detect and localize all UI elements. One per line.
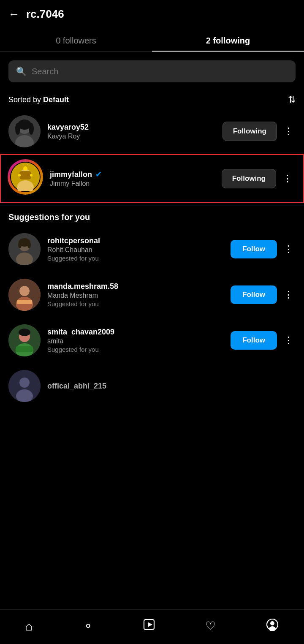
display-name-kavyaroy: Kavya Roy bbox=[47, 133, 223, 140]
svg-point-10 bbox=[23, 166, 27, 171]
nav-search[interactable]: ⚬ bbox=[75, 617, 101, 635]
user-info-kavyaroy: kavyaroy52 Kavya Roy bbox=[47, 123, 223, 140]
user-info-jimmyfallon: jimmyfallon ✔ Jimmy Fallon bbox=[50, 170, 222, 187]
back-button[interactable]: ← bbox=[8, 8, 19, 21]
search-nav-icon: ⚬ bbox=[83, 619, 93, 633]
profile-icon bbox=[266, 618, 279, 634]
svg-point-18 bbox=[27, 242, 31, 248]
following-button-jimmyfallon[interactable]: Following bbox=[222, 169, 276, 188]
follow-button-rohit[interactable]: Follow bbox=[231, 240, 277, 258]
username-manda: manda.meshram.58 bbox=[47, 282, 231, 291]
svg-point-37 bbox=[269, 626, 276, 631]
avatar-jimmyfallon bbox=[9, 161, 45, 196]
svg-point-31 bbox=[19, 378, 30, 388]
suggested-text-smita: Suggested for you bbox=[47, 346, 231, 353]
suggestion-item-manda[interactable]: manda.meshram.58 Manda Meshram Suggested… bbox=[0, 272, 304, 318]
search-input[interactable] bbox=[32, 67, 288, 76]
more-options-kavyaroy[interactable]: ⋮ bbox=[281, 124, 296, 139]
following-button-kavyaroy[interactable]: Following bbox=[223, 122, 277, 141]
user-item-jimmyfallon[interactable]: jimmyfallon ✔ Jimmy Fallon Following ⋮ bbox=[0, 154, 304, 203]
display-name-manda: Manda Meshram bbox=[47, 292, 231, 299]
user-info-offical: offical_abhi_215 bbox=[47, 382, 296, 391]
user-info-smita: smita_chavan2009 smita Suggested for you bbox=[47, 328, 231, 353]
svg-rect-23 bbox=[17, 300, 32, 304]
svg-marker-34 bbox=[148, 622, 152, 627]
search-bar[interactable]: 🔍 bbox=[8, 60, 296, 82]
bottom-nav: ⌂ ⚬ ♡ bbox=[0, 609, 304, 644]
username-offical: offical_abhi_215 bbox=[47, 382, 296, 391]
suggestions-list: rohitcpersonal Rohit Chauhan Suggested f… bbox=[0, 226, 304, 409]
suggestion-item-offical[interactable]: offical_abhi_215 bbox=[0, 363, 304, 409]
reels-icon bbox=[143, 619, 155, 633]
suggested-text-rohit: Suggested for you bbox=[47, 255, 231, 262]
username-jimmyfallon: jimmyfallon bbox=[50, 170, 92, 179]
nav-profile[interactable] bbox=[258, 617, 287, 636]
svg-point-11 bbox=[18, 174, 21, 177]
suggestion-item-smita[interactable]: smita_chavan2009 smita Suggested for you… bbox=[0, 318, 304, 363]
more-options-manda[interactable]: ⋮ bbox=[281, 288, 296, 302]
header: ← rc.7046 bbox=[0, 0, 304, 25]
username-rohit: rohitcpersonal bbox=[47, 236, 231, 245]
svg-point-4 bbox=[15, 123, 20, 135]
more-options-jimmyfallon[interactable]: ⋮ bbox=[280, 171, 295, 186]
svg-rect-28 bbox=[16, 346, 33, 352]
user-item-kavyaroy[interactable]: kavyaroy52 Kavya Roy Following ⋮ bbox=[0, 109, 304, 153]
verified-badge-jimmy: ✔ bbox=[95, 170, 102, 179]
more-options-smita[interactable]: ⋮ bbox=[281, 333, 296, 348]
suggested-text-manda: Suggested for you bbox=[47, 300, 231, 307]
home-icon: ⌂ bbox=[25, 619, 33, 633]
more-options-rohit[interactable]: ⋮ bbox=[281, 242, 296, 256]
tab-followers[interactable]: 0 followers bbox=[0, 28, 152, 52]
username-smita: smita_chavan2009 bbox=[47, 328, 231, 337]
svg-point-20 bbox=[19, 286, 30, 296]
search-icon: 🔍 bbox=[16, 66, 27, 76]
nav-reels[interactable] bbox=[135, 617, 163, 635]
svg-point-12 bbox=[30, 174, 33, 177]
tab-following[interactable]: 2 following bbox=[152, 28, 304, 52]
avatar-smita bbox=[8, 324, 41, 356]
follow-button-manda[interactable]: Follow bbox=[231, 285, 277, 304]
avatar-manda bbox=[8, 279, 41, 311]
svg-point-36 bbox=[270, 621, 274, 625]
svg-point-5 bbox=[29, 123, 34, 135]
follow-button-smita[interactable]: Follow bbox=[231, 331, 277, 350]
username-kavyaroy: kavyaroy52 bbox=[47, 123, 89, 132]
nav-activity[interactable]: ♡ bbox=[197, 617, 224, 635]
tabs-bar: 0 followers 2 following bbox=[0, 28, 304, 52]
sort-icon[interactable]: ⇅ bbox=[288, 94, 296, 105]
display-name-jimmyfallon: Jimmy Fallon bbox=[50, 180, 222, 187]
avatar-offical bbox=[8, 370, 41, 402]
heart-icon: ♡ bbox=[205, 619, 216, 633]
svg-point-17 bbox=[18, 242, 22, 248]
suggestion-item-rohit[interactable]: rohitcpersonal Rohit Chauhan Suggested f… bbox=[0, 226, 304, 272]
avatar-kavyaroy bbox=[8, 115, 41, 147]
following-list: kavyaroy52 Kavya Roy Following ⋮ bbox=[0, 109, 304, 203]
avatar-rohit bbox=[8, 233, 41, 265]
user-info-manda: manda.meshram.58 Manda Meshram Suggested… bbox=[47, 282, 231, 307]
suggestions-header: Suggestions for you bbox=[0, 204, 304, 226]
user-info-rohit: rohitcpersonal Rohit Chauhan Suggested f… bbox=[47, 236, 231, 262]
svg-point-29 bbox=[19, 329, 30, 336]
sort-label: Sorted by Default bbox=[8, 95, 69, 104]
display-name-smita: smita bbox=[47, 337, 231, 345]
page-title: rc.7046 bbox=[26, 8, 64, 21]
svg-rect-9 bbox=[19, 171, 31, 179]
nav-home[interactable]: ⌂ bbox=[17, 617, 41, 635]
sort-row: Sorted by Default ⇅ bbox=[0, 87, 304, 109]
display-name-rohit: Rohit Chauhan bbox=[47, 246, 231, 254]
